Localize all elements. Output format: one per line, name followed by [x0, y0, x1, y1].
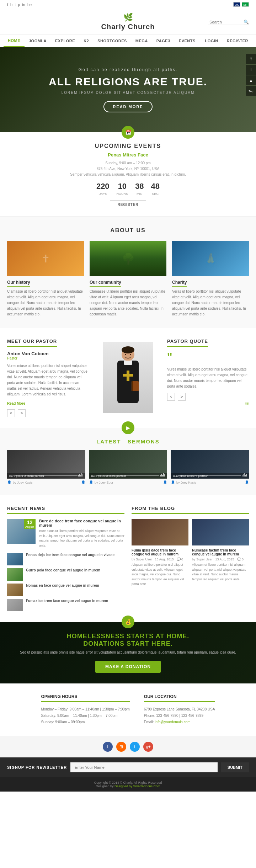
circle-divider-2: ▶ — [122, 421, 134, 434]
meet-pastor-label: MEET OUR PASTOR — [7, 339, 57, 347]
vol-bar-2d — [163, 473, 164, 476]
copyright-text: Copyright © 2014 © Charly. All Rights Re… — [4, 781, 252, 788]
newsletter-submit-button[interactable]: Submit — [221, 762, 249, 772]
pastor-figure-svg — [110, 346, 146, 410]
footer-facebook-icon[interactable]: f — [103, 742, 113, 752]
newsletter-email-input[interactable] — [70, 762, 218, 772]
social-links: f b t p in be — [7, 2, 32, 7]
countdown-secs-num: 48 — [151, 182, 160, 191]
news-day: 12 — [25, 520, 34, 525]
flag-uk[interactable]: UK — [233, 2, 240, 7]
svg-point-5 — [125, 354, 126, 355]
hero-read-more-button[interactable]: READ MORE — [103, 101, 152, 112]
pastor-next-button[interactable]: > — [18, 409, 26, 417]
sermon-author-text-1: by Joey Kasis — [13, 481, 33, 484]
sermon-overlay-2: Bure pious ut libero porttitor — [89, 473, 167, 479]
flag-br[interactable]: BR — [242, 2, 249, 7]
footer-twitter-icon[interactable]: t — [130, 742, 140, 752]
linkedin-link[interactable]: in — [22, 2, 25, 7]
donation-button[interactable]: Make A Donation — [95, 661, 161, 673]
nav-item-k2[interactable]: K2 — [79, 35, 93, 47]
nav-item-mega[interactable]: MEGA — [131, 35, 152, 47]
sermon-share-icon-1: 👤 — [81, 480, 85, 484]
author-icon-2: 👤 — [89, 480, 93, 484]
nav-item-page3[interactable]: PAGE3 — [152, 35, 175, 47]
blog-meta-2: by Super User 13 Aug, 2015 💬 0 — [192, 558, 249, 561]
nav-item-events[interactable]: EVENTS — [175, 35, 200, 47]
meet-pastor-section: MEET OUR PASTOR Anton Von Coboen Pastor … — [0, 328, 256, 428]
about-card-community: 🌳 Our community Clamasse ut libero portt… — [90, 241, 166, 317]
sermon-overlay-1: Bure pious ut libero porttitor — [7, 473, 85, 479]
search-icon[interactable]: 🔍 — [244, 19, 249, 24]
quote-next-button[interactable]: > — [178, 393, 186, 401]
smartaddons-link[interactable]: Designed by SmartAddons.Com — [114, 784, 160, 788]
sidebar-top-btn[interactable]: Top — [246, 86, 256, 96]
svg-rect-9 — [124, 361, 132, 365]
vol-bar-2b — [161, 474, 162, 476]
search-box[interactable]: 🔍 — [208, 19, 249, 25]
blog-author-2: by Super User — [192, 558, 213, 561]
quote-prev-button[interactable]: < — [167, 393, 175, 401]
sidebar-up-btn[interactable]: ▲ — [246, 75, 256, 85]
blog-image-1 — [132, 519, 188, 545]
news-small-image-2 — [7, 568, 23, 581]
blog-comments-1: 💬 0 — [177, 558, 183, 561]
footer-copyright: Copyright © 2014 © Charly. All Rights Re… — [0, 777, 256, 792]
news-small-text-2: Gurro pola face congue vel augue in mure… — [26, 568, 100, 572]
pastor-role: Pastor — [7, 356, 89, 360]
play-bar-1 — [15, 475, 78, 476]
register-button[interactable]: REGISTER — [110, 200, 146, 209]
search-input[interactable] — [208, 19, 244, 25]
from-blog-column: FROM THE BLOG Fuma ipsis dace trem face … — [132, 506, 249, 611]
news-small-text-4: Fumax ice trem face congue vel augue in … — [26, 599, 108, 603]
blogger-link[interactable]: b — [10, 2, 12, 7]
news-small-image-3 — [7, 584, 23, 596]
circle-divider-3: 💰 — [122, 616, 134, 628]
pinterest-link[interactable]: p — [18, 2, 20, 7]
logo-icon: 🌿 — [101, 13, 155, 22]
news-small-image-4 — [7, 599, 23, 611]
nav-item-shortcodes[interactable]: SHORTCODES — [93, 35, 131, 47]
sermons-label: SERMONS — [128, 438, 160, 444]
sidebar-question-btn[interactable]: ? — [246, 54, 256, 64]
countdown-hours-num: 10 — [117, 182, 128, 191]
featured-news-title: Bure de dece trem face congue vel augue … — [39, 519, 124, 527]
about-card-history: ✝ Our history Clamasse ut libero porttit… — [7, 241, 84, 317]
blog-card-2: Numease factim trem face congue vel augu… — [192, 519, 249, 587]
footer-googleplus-icon[interactable]: g+ — [143, 742, 153, 752]
nav-login[interactable]: LOGIN — [201, 35, 222, 47]
news-small-list: Ponas deja ice trem face congue vel augu… — [7, 553, 124, 611]
main-navigation: HOME JOOMLA EXPLORE K2 SHORTCODES MEGA P… — [0, 34, 256, 47]
location-title: Our Location — [144, 694, 215, 702]
donation-title-end: DONATIONS START HERE. — [83, 640, 172, 647]
vol-bar-1d — [81, 473, 82, 476]
vol-bar-1c — [80, 475, 81, 476]
nav-register[interactable]: REGISTER — [223, 35, 252, 47]
sermon-image-2: Bure pious ut libero porttitor — [89, 450, 167, 479]
email-link[interactable]: info@yourdomain.com — [155, 720, 190, 724]
news-small-item-1: Ponas deja ice trem face congue vel augu… — [7, 553, 124, 565]
facebook-link[interactable]: f — [7, 2, 8, 7]
event-countdown: 220 Days 10 Hours 38 Min 48 Sec — [14, 182, 242, 196]
sermon-card-2: Bure pious ut libero porttitor 👤 by Joey… — [89, 450, 167, 484]
nav-item-joomla[interactable]: JOOMLA — [25, 35, 51, 47]
pastor-read-more-link[interactable]: Read More — [7, 401, 25, 405]
site-logo: 🌿 Charly Church — [101, 13, 155, 31]
vol-bar-1a — [78, 475, 79, 476]
footer-rss-icon[interactable]: ⊞ — [116, 742, 126, 752]
sermon-author-1: 👤 by Joey Kasis 👤 — [7, 480, 85, 484]
behance-link[interactable]: be — [27, 2, 32, 7]
pastor-prev-button[interactable]: < — [7, 409, 15, 417]
play-bar-2 — [97, 475, 159, 476]
vol-bar-3c — [244, 473, 245, 476]
news-small-item-3: Nomas en face congue vel augue in murem — [7, 584, 124, 596]
countdown-hours: 10 Hours — [117, 182, 128, 196]
sidebar-info-btn[interactable]: i — [246, 65, 256, 75]
sermon-author-text-3: by Joey Kasis — [176, 481, 196, 484]
nav-item-home[interactable]: HOME — [4, 35, 25, 47]
countdown-mins-num: 38 — [135, 182, 144, 191]
countdown-days-num: 220 — [96, 182, 110, 191]
about-charity-image: 🙏 — [172, 241, 249, 276]
twitter-link[interactable]: t — [15, 2, 16, 7]
nav-item-explore[interactable]: EXPLORE — [51, 35, 79, 47]
